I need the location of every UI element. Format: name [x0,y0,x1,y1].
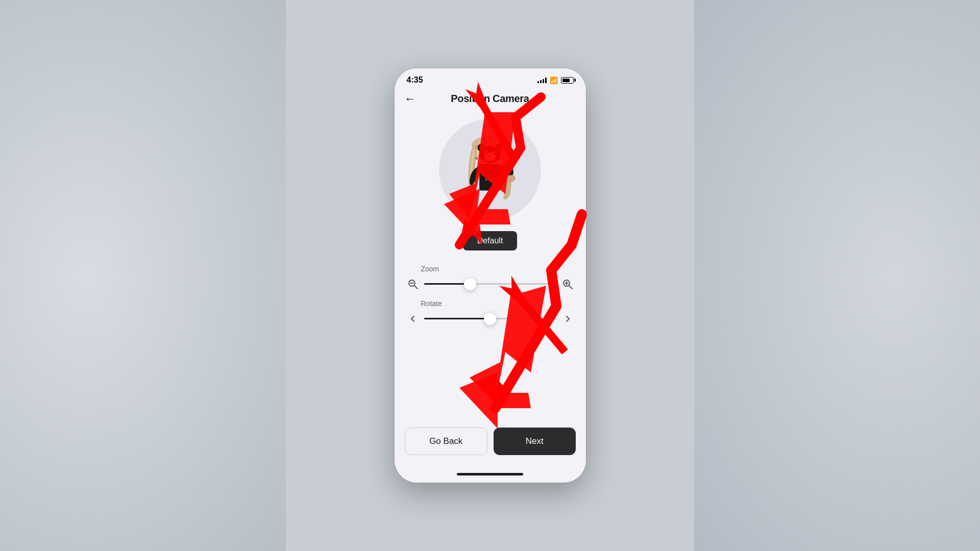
zoom-in-icon [561,278,574,290]
zoom-out-icon [407,278,419,290]
zoom-track-wrapper [407,278,574,290]
background-left [0,0,286,551]
phone: 4:35 📶 ← Position Camera [395,68,586,483]
chevron-left-icon [407,313,419,325]
rotate-slider[interactable] [424,318,556,320]
back-button[interactable]: ← [405,93,416,105]
svg-line-29 [569,286,572,289]
battery-icon [561,77,574,84]
next-button[interactable]: Next [494,428,576,455]
rotate-label: Rotate [407,299,574,308]
status-icons: 📶 [537,77,574,84]
rotate-track-wrapper [407,313,574,325]
bottom-buttons: Go Back Next [405,407,576,455]
sliders-section: Zoom [405,265,576,334]
nav-title: Position Camera [451,93,529,105]
zoom-slider-row: Zoom [407,265,574,290]
signal-bars-icon [537,77,547,83]
svg-point-24 [502,157,505,160]
background-right [694,0,980,551]
avatar-container: ANTI SYSTEM [439,119,541,221]
rotate-slider-row: Rotate [407,299,574,325]
wifi-icon: 📶 [550,77,558,84]
svg-point-23 [475,157,478,160]
svg-point-18 [489,155,491,157]
home-bar [457,473,523,475]
zoom-slider[interactable] [424,283,556,285]
svg-point-17 [493,153,496,155]
rotate-thumb[interactable] [484,313,496,325]
svg-line-26 [414,286,418,289]
go-back-button[interactable]: Go Back [405,428,488,455]
svg-point-12 [496,145,501,150]
status-bar: 4:35 📶 [395,68,586,89]
home-indicator [395,465,586,483]
zoom-label: Zoom [407,265,574,273]
avatar-figure: ANTI SYSTEM [439,119,541,221]
status-time: 4:35 [407,76,423,85]
nav-header: ← Position Camera [395,89,586,111]
main-content: ANTI SYSTEM Default [395,111,586,465]
svg-point-11 [479,145,483,150]
phone-wrapper: 4:35 📶 ← Position Camera [395,68,586,483]
svg-text:ANTI: ANTI [487,175,493,178]
default-button[interactable]: Default [463,231,518,251]
character-svg: ANTI SYSTEM [454,127,526,213]
chevron-right-icon [561,313,574,325]
zoom-thumb[interactable] [464,278,476,290]
svg-point-16 [485,153,488,155]
svg-text:SYSTEM: SYSTEM [485,179,495,181]
